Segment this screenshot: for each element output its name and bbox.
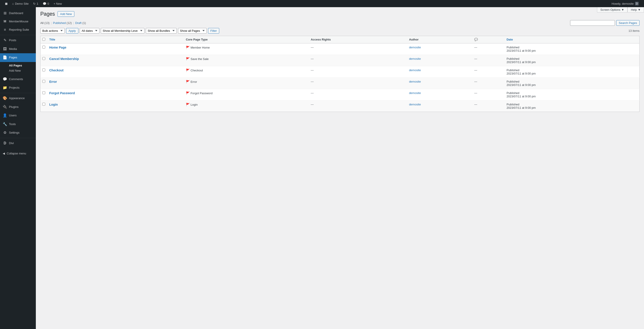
author-link[interactable]: demosite (409, 91, 421, 95)
title-col-header[interactable]: Title (47, 36, 184, 43)
author-link[interactable]: demosite (409, 103, 421, 106)
core-page-type-value: Login (190, 103, 198, 106)
adminbar-updates[interactable]: ↻ 1 (31, 0, 40, 7)
comments-value: — (474, 103, 477, 106)
apply-button[interactable]: Apply (66, 28, 78, 33)
author-link[interactable]: demosite (409, 68, 421, 72)
sidebar-item-divi[interactable]: D Divi (0, 139, 36, 147)
page-title-link[interactable]: Home Page (49, 46, 66, 49)
author-link[interactable]: demosite (409, 57, 421, 60)
sidebar-item-label: Tools (9, 122, 16, 126)
flag-icon: 🚩 (186, 57, 190, 61)
filter-tab-all[interactable]: All (13) (40, 21, 50, 25)
title-sort-link[interactable]: Title (49, 38, 55, 41)
sidebar-item-label: Plugins (9, 105, 18, 109)
bulk-actions-select[interactable]: Bulk actions (40, 28, 65, 33)
row-checkbox[interactable] (42, 68, 45, 71)
date-col-header: Date (504, 36, 639, 43)
row-access-rights-cell: — (308, 77, 407, 89)
sidebar-sub-add-new[interactable]: Add New (9, 68, 36, 73)
row-checkbox[interactable] (42, 103, 45, 106)
table-row: Error 🚩Error — demosite — Published 2023… (40, 77, 640, 89)
author-link[interactable]: demosite (409, 46, 421, 49)
search-pages-button[interactable]: Search Pages (616, 20, 640, 26)
page-title-link[interactable]: Checkout (49, 68, 64, 72)
add-new-button[interactable]: Add New (58, 11, 74, 17)
row-date-cell: Published 2023/07/11 at 9:00 pm (504, 43, 639, 55)
collapse-menu-button[interactable]: ◀ Collapse menu (0, 149, 36, 157)
wp-logo[interactable]: ■ (3, 0, 10, 7)
core-page-type-value: Checkout (190, 69, 203, 72)
sidebar-item-plugins[interactable]: 🔌 Plugins (0, 103, 36, 111)
sidebar-item-posts[interactable]: ✎ Posts (0, 36, 36, 44)
bundles-select[interactable]: Show all Bundles (146, 28, 177, 33)
flag-icon: 🚩 (186, 46, 190, 49)
divi-icon: D (3, 141, 7, 146)
page-title-link[interactable]: Forgot Password (49, 91, 75, 95)
sidebar-item-label: Posts (9, 38, 16, 42)
row-access-rights-cell: — (308, 89, 407, 100)
filter-tab-published[interactable]: Published (12) (53, 21, 72, 25)
row-comments-cell: — (472, 43, 504, 55)
comments-value: — (474, 46, 477, 49)
pages-icon: 📄 (3, 55, 7, 60)
row-checkbox[interactable] (42, 57, 45, 60)
adminbar-comments[interactable]: 💬 0 (40, 0, 51, 7)
posts-icon: ✎ (3, 38, 7, 43)
row-core-page-type-cell: 🚩Member Home (184, 43, 308, 55)
dates-select[interactable]: All dates (80, 28, 100, 33)
sidebar: ⊞ Dashboard M MemberMouse ≡ Reporting Su… (0, 7, 36, 329)
page-title-link[interactable]: Error (49, 80, 57, 83)
row-access-rights-cell: — (308, 100, 407, 112)
sidebar-sub-all-pages[interactable]: All Pages (9, 63, 36, 68)
sidebar-item-tools[interactable]: 🔧 Tools (0, 120, 36, 128)
search-input[interactable] (570, 20, 615, 26)
comments-value: — (474, 68, 477, 72)
screen-options-button[interactable]: Screen Options ▼ (597, 7, 628, 12)
sidebar-item-dashboard[interactable]: ⊞ Dashboard (0, 9, 36, 17)
help-button[interactable]: Help ▼ (628, 7, 644, 12)
filter-tabs: All (13) | Published (12) | Draft (1) (40, 21, 86, 25)
pages-select[interactable]: Show all Pages (178, 28, 207, 33)
row-checkbox[interactable] (42, 46, 45, 48)
avatar: D (635, 2, 639, 5)
select-all-checkbox[interactable] (42, 38, 45, 41)
date-sort-link[interactable]: Date (506, 38, 513, 41)
row-checkbox-cell (40, 89, 47, 100)
row-checkbox-cell (40, 77, 47, 89)
comments-value: — (474, 57, 477, 60)
row-access-rights-cell: — (308, 43, 407, 55)
filter-button[interactable]: Filter (208, 28, 220, 33)
sidebar-item-reporting-suite[interactable]: ≡ Reporting Suite (0, 25, 36, 34)
row-core-page-type-cell: 🚩Error (184, 77, 308, 89)
row-checkbox[interactable] (42, 91, 45, 94)
adminbar-site-name[interactable]: ⌂ Demo Site (10, 0, 31, 7)
select-all-col (40, 36, 47, 43)
page-title-link[interactable]: Login (49, 103, 58, 106)
adminbar-howdy[interactable]: Howdy, demosite D (609, 2, 641, 5)
sidebar-item-settings[interactable]: ⚙ Settings (0, 128, 36, 137)
sidebar-item-appearance[interactable]: 🎨 Appearance (0, 94, 36, 102)
date-status: Published (506, 103, 519, 106)
row-checkbox-cell (40, 43, 47, 55)
sidebar-item-comments[interactable]: 💬 Comments (0, 75, 36, 83)
sidebar-item-label: Appearance (9, 96, 25, 100)
membermouse-icon: M (3, 19, 7, 24)
row-core-page-type-cell: 🚩Checkout (184, 66, 308, 77)
sidebar-item-media[interactable]: 🖼 Media (0, 45, 36, 53)
filter-tab-draft[interactable]: Draft (1) (75, 21, 86, 25)
access-rights-value: — (311, 46, 314, 49)
row-checkbox[interactable] (42, 80, 45, 83)
author-link[interactable]: demosite (409, 80, 421, 83)
adminbar-new[interactable]: + New (51, 0, 64, 7)
sidebar-item-users[interactable]: 👤 Users (0, 111, 36, 120)
sidebar-item-membermouse[interactable]: M MemberMouse (0, 17, 36, 25)
sidebar-item-pages[interactable]: 📄 Pages (0, 53, 36, 62)
membership-level-select[interactable]: Show all Membership Leve (101, 28, 144, 33)
row-comments-cell: — (472, 89, 504, 100)
page-title-link[interactable]: Cancel Membership (49, 57, 79, 61)
page-title: Pages (40, 11, 55, 17)
sidebar-item-projects[interactable]: 📁 Projects (0, 83, 36, 92)
comments-value: — (474, 80, 477, 83)
row-date-cell: Published 2023/07/11 at 9:00 pm (504, 89, 639, 100)
